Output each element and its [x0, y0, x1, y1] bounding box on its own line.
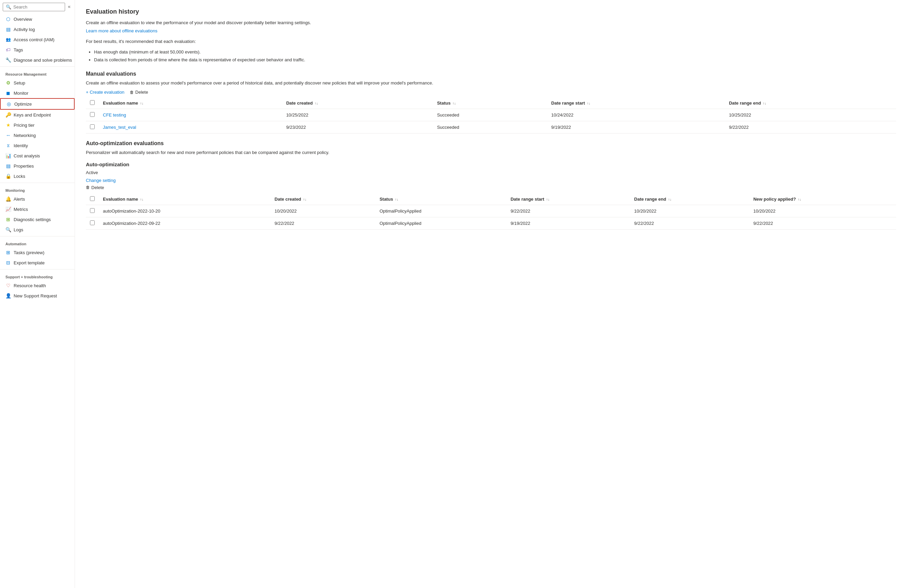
sidebar-item-activity-log[interactable]: ▤ Activity log: [0, 24, 75, 34]
sort-icon-date-end-auto[interactable]: ↑↓: [668, 198, 671, 201]
sort-icon-name-manual[interactable]: ↑↓: [140, 101, 143, 105]
sidebar-item-cost[interactable]: 📊 Cost analysis: [0, 151, 75, 161]
sidebar-label-monitor: Monitor: [14, 91, 28, 96]
td-auto-date-created-0: 10/20/2022: [271, 205, 375, 217]
table-row: autoOptimization-2022-10-20 10/20/2022 O…: [86, 205, 896, 217]
sort-icon-date-start-auto[interactable]: ↑↓: [546, 198, 550, 201]
main-content: Evaluation history Create an offline eva…: [75, 0, 907, 588]
th-status-auto[interactable]: Status ↑↓: [375, 194, 506, 205]
search-input[interactable]: [13, 5, 62, 10]
td-auto-date-end-0: 10/20/2022: [630, 205, 749, 217]
sort-icon-new-policy-auto[interactable]: ↑↓: [798, 198, 801, 201]
sidebar-item-locks[interactable]: 🔒 Locks: [0, 171, 75, 181]
sidebar-label-tags: Tags: [14, 47, 23, 53]
search-box[interactable]: 🔍: [3, 3, 65, 11]
sidebar-label-pricing: Pricing tier: [14, 123, 34, 128]
sidebar-item-diagnose[interactable]: 🔧 Diagnose and solve problems: [0, 55, 75, 65]
sidebar-item-access-control[interactable]: 👥 Access control (IAM): [0, 34, 75, 45]
sidebar-item-resource-health[interactable]: ♡ Resource health: [0, 280, 75, 291]
td-date-start-0: 10/24/2022: [547, 109, 725, 121]
sidebar-item-tasks[interactable]: ⊞ Tasks (preview): [0, 247, 75, 258]
delete-auto-opt[interactable]: 🗑 Delete: [86, 185, 896, 190]
sidebar-item-properties[interactable]: ▤ Properties: [0, 161, 75, 171]
sidebar-item-setup[interactable]: ⚙ Setup: [0, 78, 75, 88]
td-eval-name-0: CFE testing: [99, 109, 282, 121]
sidebar-label-properties: Properties: [14, 163, 34, 169]
change-setting-link[interactable]: Change setting: [86, 178, 115, 183]
sidebar-item-tags[interactable]: 🏷 Tags: [0, 45, 75, 55]
sort-icon-status-manual[interactable]: ↑↓: [452, 101, 456, 105]
th-date-end-auto[interactable]: Date range end ↑↓: [630, 194, 749, 205]
th-eval-name-manual[interactable]: Evaluation name ↑↓: [99, 98, 282, 109]
eval-name-link-0[interactable]: CFE testing: [103, 112, 126, 117]
section-auto-title: Auto-optimization evaluations: [86, 140, 896, 146]
th-date-created-auto[interactable]: Date created ↑↓: [271, 194, 375, 205]
tasks-icon: ⊞: [5, 250, 11, 255]
row-checkbox-0[interactable]: [90, 112, 95, 117]
section-auto-opt-title: Auto-optimization: [86, 162, 896, 167]
sidebar-monitoring-items: 🔔 Alerts 📈 Metrics ⊞ Diagnostic settings…: [0, 194, 75, 235]
sort-icon-date-created-auto[interactable]: ↑↓: [303, 198, 306, 201]
sidebar-item-keys[interactable]: 🔑 Keys and Endpoint: [0, 110, 75, 120]
sidebar-item-overview[interactable]: ⬡ Overview: [0, 14, 75, 24]
th-status-manual[interactable]: Status ↑↓: [433, 98, 547, 109]
sort-icon-date-start-manual[interactable]: ↑↓: [587, 101, 590, 105]
auto-eval-table: Evaluation name ↑↓ Date created ↑↓ Statu…: [86, 194, 896, 230]
sidebar-item-alerts[interactable]: 🔔 Alerts: [0, 194, 75, 204]
section-support: Support + troubleshooting: [0, 271, 75, 280]
new-support-icon: 👤: [5, 293, 11, 298]
eval-name-link-1[interactable]: James_test_eval: [103, 125, 136, 130]
locks-icon: 🔒: [5, 173, 11, 179]
sidebar-label-overview: Overview: [14, 17, 32, 22]
sidebar-item-export-template[interactable]: ⊟ Export template: [0, 258, 75, 268]
sidebar-item-logs[interactable]: 🔍 Logs: [0, 224, 75, 235]
properties-icon: ▤: [5, 163, 11, 169]
delete-button-manual[interactable]: 🗑 Delete: [130, 90, 148, 95]
collapse-button[interactable]: «: [66, 3, 72, 10]
row-checkbox-1[interactable]: [90, 124, 95, 129]
sidebar-label-keys: Keys and Endpoint: [14, 112, 51, 117]
sidebar-label-cost: Cost analysis: [14, 153, 40, 159]
row-checkbox-auto-1[interactable]: [90, 220, 95, 225]
th-date-start-manual[interactable]: Date range start ↑↓: [547, 98, 725, 109]
sidebar-item-new-support[interactable]: 👤 New Support Request: [0, 291, 75, 301]
sidebar-label-activity-log: Activity log: [14, 27, 35, 32]
sort-icon-name-auto[interactable]: ↑↓: [140, 198, 143, 201]
table-row: James_test_eval 9/23/2022 Succeeded 9/19…: [86, 121, 896, 133]
sort-icon-date-created-manual[interactable]: ↑↓: [315, 101, 318, 105]
th-eval-name-auto[interactable]: Evaluation name ↑↓: [99, 194, 271, 205]
sort-icon-date-end-manual[interactable]: ↑↓: [763, 101, 766, 105]
sidebar-item-pricing[interactable]: ★ Pricing tier: [0, 120, 75, 130]
sidebar-item-diagnostic-settings[interactable]: ⊞ Diagnostic settings: [0, 214, 75, 224]
learn-more-link[interactable]: Learn more about offline evaluations: [86, 28, 157, 34]
td-auto-new-policy-1: 9/22/2022: [749, 217, 896, 229]
create-evaluation-button[interactable]: + Create evaluation: [86, 90, 124, 95]
td-checkbox-0: [86, 109, 99, 121]
td-date-created-1: 9/23/2022: [282, 121, 433, 133]
td-status-1: Succeeded: [433, 121, 547, 133]
sidebar-search-row: 🔍 «: [0, 0, 75, 13]
alerts-icon: 🔔: [5, 196, 11, 202]
activity-log-icon: ▤: [5, 27, 11, 32]
select-all-manual-checkbox[interactable]: [90, 100, 95, 105]
diagnostic-settings-icon: ⊞: [5, 217, 11, 222]
sidebar-item-optimize[interactable]: ◎ Optimize: [0, 98, 75, 110]
sidebar-item-metrics[interactable]: 📈 Metrics: [0, 204, 75, 214]
sort-icon-status-auto[interactable]: ↑↓: [395, 198, 398, 201]
tags-icon: 🏷: [5, 47, 11, 53]
delete-label-manual: Delete: [135, 90, 148, 95]
sidebar-item-networking[interactable]: ↔ Networking: [0, 130, 75, 140]
sidebar-item-identity[interactable]: ⧖ Identity: [0, 140, 75, 151]
select-all-auto-checkbox[interactable]: [90, 196, 95, 201]
th-new-policy-auto[interactable]: New policy applied? ↑↓: [749, 194, 896, 205]
sidebar-label-networking: Networking: [14, 133, 36, 138]
sidebar-label-locks: Locks: [14, 174, 25, 179]
sidebar-label-tasks: Tasks (preview): [14, 250, 44, 255]
row-checkbox-auto-0[interactable]: [90, 208, 95, 213]
sidebar-item-monitor[interactable]: ◼ Monitor: [0, 88, 75, 98]
section-automation: Automation: [0, 238, 75, 247]
sidebar-resource-items: ⚙ Setup ◼ Monitor ◎ Optimize 🔑 Keys and …: [0, 78, 75, 181]
th-date-start-auto[interactable]: Date range start ↑↓: [506, 194, 630, 205]
th-date-created-manual[interactable]: Date created ↑↓: [282, 98, 433, 109]
th-date-end-manual[interactable]: Date range end ↑↓: [725, 98, 896, 109]
